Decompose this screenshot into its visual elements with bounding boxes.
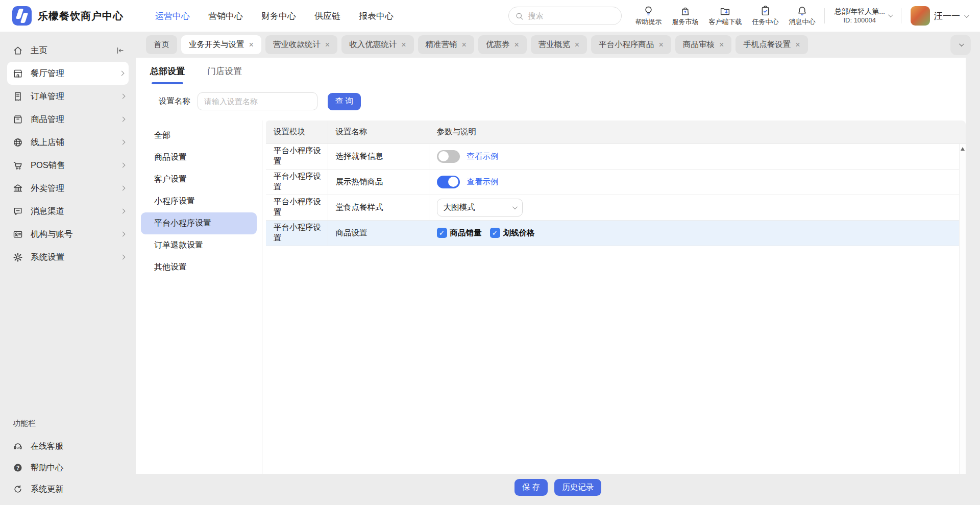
setting-name-input[interactable] xyxy=(198,92,317,110)
gear-icon xyxy=(13,252,23,262)
tab-platform-miniapp-goods[interactable]: 平台小程序商品× xyxy=(591,35,671,54)
table-row: 平台小程序设置 商品设置 ✓ 商品销量 ✓ xyxy=(266,220,966,246)
nav-marketing-center[interactable]: 营销中心 xyxy=(208,10,243,22)
hot-goods-toggle[interactable] xyxy=(437,176,460,188)
sidebar-item-order-management[interactable]: 订单管理 xyxy=(0,85,136,108)
view-example-link[interactable]: 查看示例 xyxy=(467,177,499,187)
menu-item-platform-miniapp-settings[interactable]: 平台小程序设置 xyxy=(141,212,257,234)
org-switcher[interactable]: 总部/年轻人第... ID: 100004 xyxy=(834,7,892,25)
close-icon[interactable]: × xyxy=(795,41,800,49)
chat-bubble-icon xyxy=(13,206,23,217)
save-button[interactable]: 保 存 xyxy=(514,479,548,496)
collapse-sidebar-icon[interactable] xyxy=(115,46,125,55)
chevron-right-icon xyxy=(120,117,126,122)
help-tips-button[interactable]: 帮助提示 xyxy=(635,6,662,27)
sidebar-item-system-settings[interactable]: 系统设置 xyxy=(0,246,136,269)
sidebar-item-delivery-management[interactable]: 外卖管理 xyxy=(0,177,136,200)
close-icon[interactable]: × xyxy=(719,41,724,49)
tab-home[interactable]: 首页 xyxy=(146,35,177,54)
task-clipboard-icon xyxy=(760,6,771,16)
search-placeholder: 搜索 xyxy=(528,11,543,21)
setting-name-label: 设置名称 xyxy=(159,96,190,107)
app-window: 乐檬餐饮商户中心 运营中心 营销中心 财务中心 供应链 报表中心 搜索 帮助提示… xyxy=(0,0,980,505)
history-button[interactable]: 历史记录 xyxy=(554,479,601,496)
nav-operation-center[interactable]: 运营中心 xyxy=(155,10,190,22)
sidebar-item-home[interactable]: 主页 xyxy=(0,39,136,62)
tab-hq-settings[interactable]: 总部设置 xyxy=(150,58,185,84)
bulb-icon xyxy=(643,6,654,16)
strike-price-checkbox[interactable]: ✓ 划线价格 xyxy=(490,228,535,238)
tab-business-overview[interactable]: 营业概览× xyxy=(531,35,587,54)
tab-income-discount-stats[interactable]: 收入优惠统计× xyxy=(341,35,413,54)
avatar xyxy=(911,6,930,26)
tab-revenue-stats[interactable]: 营业收款统计× xyxy=(265,35,337,54)
menu-item-goods-settings[interactable]: 商品设置 xyxy=(141,147,257,169)
question-circle-icon: ? xyxy=(13,463,23,473)
chevron-right-icon xyxy=(120,232,126,237)
sidebar-item-online-store[interactable]: 线上店铺 xyxy=(0,131,136,154)
nav-finance-center[interactable]: 财务中心 xyxy=(261,10,296,22)
bank-icon xyxy=(13,183,23,194)
sidebar-item-online-service[interactable]: 在线客服 xyxy=(0,436,136,457)
sidebar-item-restaurant-management[interactable]: 餐厅管理 xyxy=(7,62,129,85)
brand-name: 乐檬餐饮商户中心 xyxy=(38,9,124,23)
dine-in-style-select[interactable]: 大图模式 xyxy=(437,199,523,217)
filter-row: 设置名称 查 询 xyxy=(136,84,966,117)
tab-store-settings[interactable]: 门店设置 xyxy=(207,58,242,84)
tab-coupons[interactable]: 优惠券× xyxy=(478,35,527,54)
dining-info-toggle[interactable] xyxy=(437,150,460,163)
sidebar-item-goods-management[interactable]: 商品管理 xyxy=(0,108,136,131)
view-example-link[interactable]: 查看示例 xyxy=(467,151,499,162)
tab-precision-marketing[interactable]: 精准营销× xyxy=(418,35,474,54)
market-bag-icon xyxy=(680,6,691,16)
chevron-down-icon xyxy=(959,41,964,46)
user-name: 汪一一 xyxy=(934,10,960,22)
global-search-input[interactable]: 搜索 xyxy=(508,7,622,25)
quick-actions: 帮助提示 服务市场 客户端下载 任务中心 消息中心 xyxy=(635,6,815,27)
nav-report-center[interactable]: 报表中心 xyxy=(359,10,394,22)
close-icon[interactable]: × xyxy=(325,41,330,49)
user-menu[interactable]: 汪一一 xyxy=(911,6,968,26)
search-icon xyxy=(515,12,524,20)
sidebar-item-pos-sales[interactable]: POS销售 xyxy=(0,154,136,177)
menu-item-all[interactable]: 全部 xyxy=(141,125,257,147)
sidebar-item-org-accounts[interactable]: 机构与账号 xyxy=(0,223,136,246)
menu-item-other-settings[interactable]: 其他设置 xyxy=(141,256,257,278)
sidebar-item-system-update[interactable]: 系统更新 xyxy=(0,478,136,500)
menu-item-order-refund-settings[interactable]: 订单退款设置 xyxy=(141,234,257,256)
query-button[interactable]: 查 询 xyxy=(328,93,361,110)
tab-goods-review[interactable]: 商品审核× xyxy=(675,35,731,54)
scroll-up-arrow-icon[interactable] xyxy=(961,147,965,151)
goods-sales-checkbox[interactable]: ✓ 商品销量 xyxy=(437,228,482,238)
close-icon[interactable]: × xyxy=(659,41,664,49)
tab-business-switch-settings[interactable]: 业务开关与设置× xyxy=(181,35,261,54)
tabs-overflow-button[interactable] xyxy=(950,35,971,55)
table-scrollbar[interactable] xyxy=(959,144,966,474)
divider xyxy=(824,8,825,23)
sidebar-item-help-center[interactable]: ? 帮助中心 xyxy=(0,457,136,478)
nav-supply-chain[interactable]: 供应链 xyxy=(314,10,340,22)
close-icon[interactable]: × xyxy=(401,41,406,49)
tab-mobile-ordering-settings[interactable]: 手机点餐设置× xyxy=(736,35,807,54)
chevron-right-icon xyxy=(120,94,126,99)
chevron-right-icon xyxy=(120,140,126,145)
client-download-button[interactable]: 客户端下载 xyxy=(708,6,742,27)
menu-item-customer-settings[interactable]: 客户设置 xyxy=(141,169,257,190)
task-center-button[interactable]: 任务中心 xyxy=(752,6,778,27)
message-center-button[interactable]: 消息中心 xyxy=(789,6,815,27)
footer-actions: 保 存 历史记录 xyxy=(136,474,980,505)
table-row: 平台小程序设置 选择就餐信息 查看示例 xyxy=(266,143,966,169)
close-icon[interactable]: × xyxy=(249,41,254,49)
checkbox-checked-icon: ✓ xyxy=(437,228,447,238)
topbar-right: 搜索 帮助提示 服务市场 客户端下载 任务中心 xyxy=(508,6,968,27)
close-icon[interactable]: × xyxy=(575,41,579,49)
sidebar-item-message-channels[interactable]: 消息渠道 xyxy=(0,200,136,223)
main-area: 首页 业务开关与设置× 营业收款统计× 收入优惠统计× 精准营销× 优惠券× 营… xyxy=(136,32,980,505)
bell-icon xyxy=(797,6,807,16)
brand-logo-icon xyxy=(12,6,32,26)
close-icon[interactable]: × xyxy=(462,41,467,49)
service-market-button[interactable]: 服务市场 xyxy=(672,6,698,27)
close-icon[interactable]: × xyxy=(514,41,519,49)
settings-panel: 全部 商品设置 客户设置 小程序设置 平台小程序设置 订单退款设置 其他设置 xyxy=(136,117,966,474)
menu-item-miniapp-settings[interactable]: 小程序设置 xyxy=(141,190,257,212)
